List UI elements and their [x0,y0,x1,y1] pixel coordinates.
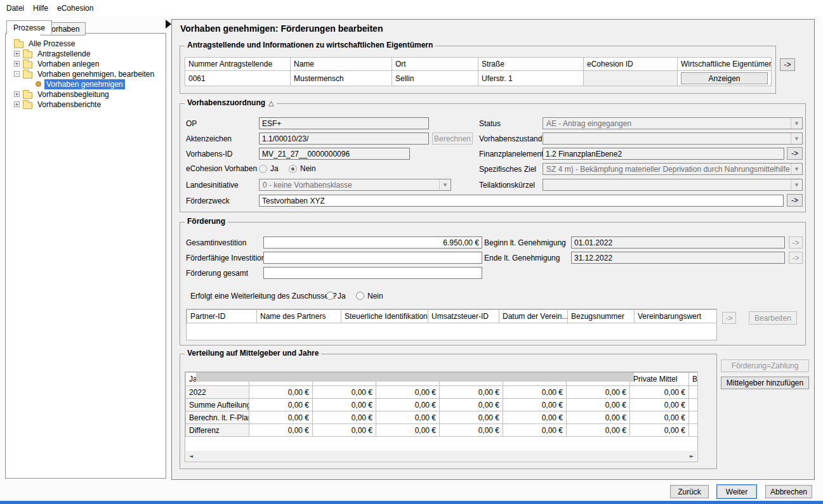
table-cell: 0,00 € [567,424,630,437]
table-row[interactable]: Berechn. lt. F-Plan0,00 €0,00 €0,00 €0,0… [186,411,698,424]
gesamtinvestition-field[interactable]: 6.950,00 € [263,236,482,249]
tab-prozesse[interactable]: Prozesse [6,20,52,34]
weiterleitung-ja-radio[interactable] [326,292,334,300]
weiter-button[interactable]: Weiter [716,484,757,499]
chevron-down-icon: ▼ [791,164,802,174]
foerderfaehige-investition-field[interactable] [263,252,482,264]
tree-item-vorhabensberichte[interactable]: + Vorhabensberichte [6,99,103,110]
cell-nummer: 0061 [185,71,291,86]
aktenzeichen-field: 1.1/00010/23/ [259,132,429,145]
table-cell: 0,00 € [249,424,313,437]
finanzplanelement-label: Finanzplanelement [479,148,543,160]
collapse-icon[interactable]: - [14,71,20,77]
finanzplanelement-arrow-button[interactable]: -> [787,147,803,160]
foerderung-gesamt-label: Förderung gesamt [186,268,248,280]
group-title: Antragstellende und Informationen zu wir… [185,41,435,49]
menu-datei[interactable]: Datei [2,1,29,15]
applicants-detail-arrow-button[interactable]: -> [780,58,795,71]
table-row[interactable]: Differenz0,00 €0,00 €0,00 €0,00 €0,00 €0… [186,424,698,437]
table-cell: 0,00 € [630,399,689,411]
table-cell: 0,00 € [503,399,567,411]
expand-icon[interactable]: + [14,91,20,97]
scrollbar-thumb[interactable] [196,373,634,382]
tree-label: Vorhaben genehmigen, bearbeiten [36,69,156,79]
tree-item-vorhabensbegleitung[interactable]: + Vorhabensbegleitung [6,89,111,100]
tree-label-selected: Vorhaben genehmigen [44,79,125,89]
ende-arrow-button: -> [789,252,803,264]
table-header-row: Partner-ID Name des Partners Steuerliche… [187,310,717,323]
zurueck-button[interactable]: Zurück [670,485,709,498]
applicants-table: Nummer Antragstellende Name Ort Straße e… [185,57,772,86]
applicant-row[interactable]: 0061 Mustermensch Sellin Uferstr. 1 Anze… [185,71,772,86]
leaf-icon [36,81,41,87]
column-header: Name [291,58,392,71]
cell-ort: Sellin [392,71,478,86]
op-label: OP [186,118,197,130]
foerderung-gesamt-field[interactable] [263,267,482,279]
anzeigen-button[interactable]: Anzeigen [681,72,768,84]
tree-item-vorhaben-genehmigen[interactable]: Vorhaben genehmigen [6,79,125,89]
column-header: Private Mittel [630,373,689,386]
weiterleitung-ja-label: Ja [338,290,346,302]
spezifisches-ziel-label: Spezifisches Ziel [479,164,536,176]
tree-label: Vorhaben anlegen [36,59,101,69]
group-title: Förderung [185,217,228,226]
folder-icon [23,102,32,109]
tree-item-vorhaben-genehmigen-bearbeiten[interactable]: - Vorhaben genehmigen, bearbeiten [6,68,156,79]
table-cell: 0,00 € [313,399,376,411]
beginn-genehmigung-label: Beginn lt. Genehmigung [484,237,566,249]
table-cell: 0,00 € [440,411,503,424]
table-cell: 0,00 € [567,399,630,411]
table-row[interactable]: Summe Aufteilung0,00 €0,00 €0,00 €0,00 €… [186,399,698,411]
tree-label: Vorhabensberichte [36,100,103,110]
foerderzweck-field[interactable]: Testvorhaben XYZ [259,195,784,207]
page-title: Vorhaben genehmigen: Förderungen bearbei… [180,23,383,34]
table-cell: 0,00 € [567,411,630,424]
vorhabenszustand-select: ▼ [543,132,803,145]
bearbeiten-button: Bearbeiten [749,311,797,325]
scroll-right-icon[interactable]: ► [687,451,697,461]
menu-hilfe[interactable]: Hilfe [29,1,53,15]
expand-icon[interactable]: + [14,51,20,56]
tree-label: Vorhabensbegleitung [36,89,111,100]
weiterleitung-nein-radio[interactable] [356,292,364,300]
menu-ecohesion[interactable]: eCohesion [53,1,98,15]
abbrechen-button[interactable]: Abbrechen [765,485,812,498]
spezifisches-ziel-select: SZ 4 m) - Bekämpfung materieller Depriva… [543,163,803,175]
tree-label: Antragstellende [36,49,92,59]
table-cell: 0,00 € [440,424,503,437]
ecohesion-ja-radio [259,165,267,173]
table-cell: Summe Aufteilung [186,399,249,411]
op-field: ESF+ [259,117,429,129]
verteilung-table: Jahre Gesamt ESF+ Bund mit Haush... Bund… [185,372,698,437]
column-header: Straße [478,58,584,71]
scroll-left-icon[interactable]: ◄ [186,451,196,461]
chevron-down-icon: ▼ [791,133,802,144]
foerderzweck-arrow-button[interactable]: -> [787,194,803,207]
status-label: Status [479,118,501,130]
ecohesion-nein-radio [289,165,297,173]
mittelgeber-hinzufuegen-button[interactable]: Mittelgeber hinzufügen [721,377,809,389]
table-cell: 0,00 € [313,411,376,424]
tree-item-vorhaben-anlegen[interactable]: + Vorhaben anlegen [6,58,101,69]
folder-icon [23,72,32,79]
beginn-genehmigung-field: 01.01.2022 [571,236,785,249]
tree-item-antragstellende[interactable]: + Antragstellende [6,48,92,59]
weiterleitung-nein-label: Nein [367,290,383,302]
table-cell: 0,00 € [630,411,689,424]
column-header: Bur [689,373,698,386]
expand-icon[interactable]: + [14,101,20,107]
tree-root-alle-prozesse[interactable]: Alle Prozesse [6,38,77,49]
column-header: Nummer Antragstellende [185,58,291,71]
table-row[interactable]: 20220,00 €0,00 €0,00 €0,00 €0,00 €0,00 €… [186,386,698,399]
tree-label: Alle Prozesse [27,39,77,49]
ecohesion-vorhaben-label: eCohesion Vorhaben [186,163,257,175]
table-cell: 0,00 € [249,386,313,399]
panel-collapse-icon[interactable] [166,20,171,29]
table-cell: 0,00 € [440,386,503,399]
table-cell: 0,00 € [376,399,440,411]
expand-icon[interactable]: + [14,61,20,67]
horizontal-scrollbar[interactable]: ◄ ► [186,451,697,461]
cell-ecohesion-id [584,71,678,86]
folder-icon [14,41,23,48]
